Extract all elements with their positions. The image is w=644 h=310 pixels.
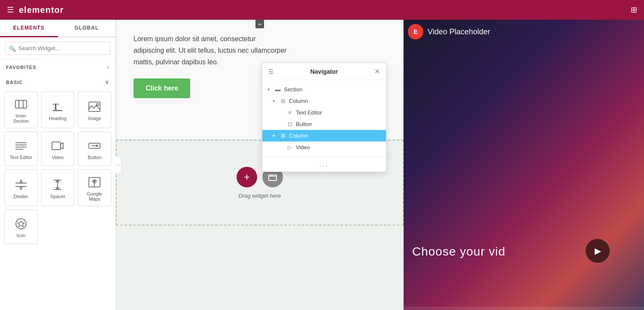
elementor-video-icon: E [408, 24, 423, 39]
widget-button-label: Button [88, 155, 101, 160]
section-nav-icon: ▬ [274, 86, 281, 93]
nav-label-section: Section [284, 86, 302, 93]
nav-label-button: Button [296, 121, 312, 127]
video-background: E Video Placeholder Choose your vid ▶ [404, 20, 644, 310]
nav-chevron-section: ▾ [267, 87, 273, 92]
svg-point-6 [97, 104, 99, 106]
nav-label-text-editor: Text Editor [296, 109, 322, 116]
heading-icon: T [51, 100, 64, 113]
menu-icon[interactable]: ☰ [7, 5, 14, 15]
nav-item-button[interactable]: ▾ ⊡ Button [262, 118, 386, 130]
nav-label-video: Video [296, 144, 310, 150]
text-editor-nav-icon: ≡ [286, 109, 293, 116]
text-editor-icon [15, 139, 27, 152]
favorites-label: FAVORITES [6, 65, 36, 70]
favorites-chevron: › [107, 64, 109, 70]
navigator-footer: ... [262, 157, 386, 172]
video-play-button[interactable]: ▶ [586, 239, 610, 263]
grid-icon[interactable]: ⊞ [631, 5, 637, 15]
widget-icon[interactable]: Icon [4, 210, 38, 244]
svg-rect-0 [15, 100, 27, 108]
svg-point-24 [16, 219, 26, 229]
navigator-close-button[interactable]: ✕ [374, 67, 380, 75]
add-widget-button[interactable]: + [237, 167, 257, 187]
widget-heading-label: Heading [49, 116, 67, 121]
navigator-tree: ▾ ▬ Section ▾ ⊞ Column ▾ ≡ Text Editor [262, 80, 386, 157]
google-maps-icon [88, 176, 101, 189]
tab-elements[interactable]: ELEMENTS [0, 20, 58, 37]
nav-item-column-2[interactable]: ▾ ⊞ Column [262, 130, 386, 141]
right-panel: E Video Placeholder Choose your vid ▶ [404, 20, 644, 310]
canvas-resize-handle[interactable]: ⇔ [116, 20, 404, 28]
svg-point-23 [94, 181, 95, 182]
widget-heading[interactable]: T Heading [41, 91, 75, 128]
button-nav-icon: ⊡ [286, 121, 293, 127]
widget-image[interactable]: Image [78, 91, 111, 128]
widget-divider-label: Divider [14, 194, 28, 199]
widget-icon-label: Icon [16, 233, 25, 238]
widget-inner-section[interactable]: Inner Section [4, 91, 38, 128]
widget-google-maps[interactable]: Google Maps [78, 169, 111, 206]
widget-spacer[interactable]: Spacer [41, 169, 75, 206]
tab-global[interactable]: GLOBAL [58, 20, 116, 36]
widget-button[interactable]: Button [78, 132, 111, 166]
video-header: E Video Placeholder [408, 24, 490, 39]
svg-rect-11 [52, 142, 61, 150]
topbar: ☰ elementor ⊞ [0, 0, 644, 20]
inner-section-icon [15, 98, 27, 111]
widget-video[interactable]: Video [41, 132, 75, 166]
widget-video-label: Video [52, 155, 64, 160]
svg-marker-25 [18, 221, 24, 227]
nav-label-column-1: Column [289, 98, 308, 104]
video-nav-icon: ▷ [286, 144, 293, 150]
nav-item-column-1[interactable]: ▾ ⊞ Column [262, 95, 386, 107]
video-placeholder-title: Video Placeholder [428, 27, 490, 36]
click-here-button[interactable]: Click here [134, 78, 190, 98]
widget-divider[interactable]: Divider [4, 169, 38, 206]
svg-marker-17 [20, 187, 22, 190]
icon-widget-icon [15, 217, 27, 230]
column-nav-icon-1: ⊞ [279, 98, 286, 104]
divider-icon [15, 178, 27, 191]
nav-label-column-2: Column [289, 132, 308, 139]
basic-chevron: ∨ [105, 79, 109, 85]
basic-label: BASIC [6, 80, 23, 85]
widget-inner-section-label: Inner Section [8, 113, 34, 123]
search-icon: 🔍 [9, 45, 16, 51]
elementor-logo: elementor [19, 5, 64, 15]
nav-chevron-column-1: ▾ [273, 99, 278, 103]
widget-grid: Inner Section T Heading Image [0, 90, 115, 248]
widget-image-label: Image [88, 116, 101, 121]
video-bottom-bar [404, 307, 644, 310]
canvas: ⇔ Lorem ipsum dolor sit amet, consectetu… [116, 20, 404, 310]
main-layout: ELEMENTS GLOBAL 🔍 FAVORITES › BASIC ∨ [0, 20, 644, 310]
button-icon [88, 139, 101, 152]
basic-section-header[interactable]: BASIC ∨ [0, 75, 115, 90]
navigator-panel-icon: ☰ [268, 68, 274, 75]
widget-spacer-label: Spacer [50, 194, 65, 199]
nav-item-section[interactable]: ▾ ▬ Section [262, 84, 386, 95]
column-nav-icon-2: ⊞ [279, 132, 286, 139]
svg-marker-15 [20, 180, 22, 183]
image-icon [88, 100, 101, 113]
navigator-header: ☰ Navigator ✕ [262, 63, 386, 80]
drag-widget-label: Drag widget here [239, 193, 281, 199]
video-choose-text: Choose your vid [412, 245, 505, 259]
widget-google-maps-label: Google Maps [82, 191, 107, 202]
svg-rect-26 [269, 175, 276, 181]
navigator-title: Navigator [274, 68, 374, 75]
nav-item-video[interactable]: ▾ ▷ Video [262, 141, 386, 153]
sidebar-collapse-handle[interactable]: ‹ [115, 157, 122, 174]
nav-chevron-column-2: ▾ [273, 133, 278, 138]
sidebar: ELEMENTS GLOBAL 🔍 FAVORITES › BASIC ∨ [0, 20, 116, 310]
spacer-icon [51, 178, 64, 191]
sidebar-tabs: ELEMENTS GLOBAL [0, 20, 115, 37]
widget-text-editor-label: Text Editor [10, 155, 32, 160]
svg-text:T: T [53, 102, 59, 111]
video-icon [51, 139, 64, 152]
nav-item-text-editor[interactable]: ▾ ≡ Text Editor [262, 107, 386, 118]
search-input[interactable] [5, 42, 110, 55]
widget-text-editor[interactable]: Text Editor [4, 132, 38, 166]
favorites-section-header[interactable]: FAVORITES › [0, 60, 115, 75]
sidebar-search-container: 🔍 [0, 37, 115, 60]
